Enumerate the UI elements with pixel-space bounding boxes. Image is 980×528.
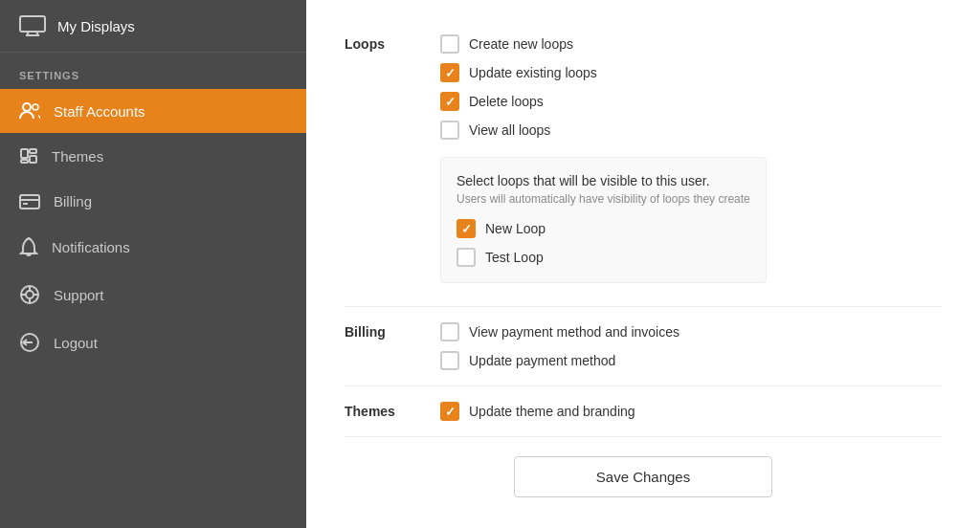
billing-icon <box>19 192 40 209</box>
test-loop-row[interactable]: Test Loop <box>457 248 750 267</box>
svg-rect-12 <box>23 203 28 205</box>
svg-rect-10 <box>20 195 39 209</box>
sidebar-item-notifications[interactable]: Notifications <box>0 223 306 271</box>
test-loop-label: Test Loop <box>485 250 544 265</box>
themes-label: Themes <box>52 148 103 165</box>
permissions-section: Loops Create new loops Update existing l… <box>345 19 942 507</box>
support-label: Support <box>54 287 104 303</box>
notifications-label: Notifications <box>52 239 130 255</box>
update-theme-label: Update theme and branding <box>469 404 635 419</box>
svg-rect-0 <box>20 16 45 32</box>
update-payment-checkbox[interactable] <box>440 351 459 370</box>
svg-rect-7 <box>30 149 36 153</box>
update-payment-row[interactable]: Update payment method <box>440 351 679 370</box>
themes-checkboxes: Update theme and branding <box>440 402 635 421</box>
delete-loops-row[interactable]: Delete loops <box>440 92 767 111</box>
billing-label: Billing <box>54 193 92 209</box>
monitor-icon <box>19 15 46 36</box>
update-existing-loops-row[interactable]: Update existing loops <box>440 63 767 82</box>
test-loop-checkbox[interactable] <box>457 248 476 267</box>
new-loop-label: New Loop <box>485 221 546 236</box>
svg-rect-8 <box>30 156 36 163</box>
notifications-icon <box>19 236 38 257</box>
create-new-loops-checkbox[interactable] <box>440 34 459 54</box>
save-button-container: Save Changes <box>345 437 942 507</box>
create-new-loops-row[interactable]: Create new loops <box>440 34 767 54</box>
staff-accounts-icon <box>19 102 40 120</box>
new-loop-row[interactable]: New Loop <box>457 219 750 238</box>
update-existing-loops-label: Update existing loops <box>469 65 597 80</box>
update-theme-row[interactable]: Update theme and branding <box>440 402 635 421</box>
sidebar-item-logout[interactable]: Logout <box>0 319 306 366</box>
svg-point-5 <box>33 104 38 110</box>
save-changes-button[interactable]: Save Changes <box>514 456 772 497</box>
sidebar-item-support[interactable]: Support <box>0 271 306 319</box>
loop-visibility-section: Select loops that will be visible to thi… <box>440 157 767 283</box>
delete-loops-checkbox[interactable] <box>440 92 459 111</box>
update-existing-loops-checkbox[interactable] <box>440 63 459 82</box>
sidebar-top[interactable]: My Displays <box>0 0 306 53</box>
logout-icon <box>19 332 40 353</box>
new-loop-checkbox[interactable] <box>457 219 476 238</box>
main-content: Loops Create new loops Update existing l… <box>306 0 980 528</box>
update-theme-checkbox[interactable] <box>440 402 459 421</box>
svg-rect-9 <box>21 160 28 163</box>
svg-point-14 <box>26 291 33 298</box>
svg-rect-6 <box>21 149 28 158</box>
view-all-loops-label: View all loops <box>469 122 550 138</box>
loops-permission-group: Loops Create new loops Update existing l… <box>345 19 942 307</box>
loops-checkboxes: Create new loops Update existing loops D… <box>440 34 767 291</box>
billing-group-label: Billing <box>345 322 412 370</box>
view-payment-row[interactable]: View payment method and invoices <box>440 322 679 341</box>
svg-point-4 <box>23 103 31 111</box>
settings-section-label: SETTINGS <box>0 53 306 89</box>
my-displays-label: My Displays <box>57 18 135 34</box>
view-all-loops-checkbox[interactable] <box>440 121 459 140</box>
billing-permission-group: Billing View payment method and invoices… <box>345 307 942 386</box>
themes-permission-group: Themes Update theme and branding <box>345 386 942 437</box>
billing-checkboxes: View payment method and invoices Update … <box>440 322 679 370</box>
sidebar-item-themes[interactable]: Themes <box>0 133 306 179</box>
sidebar-item-billing[interactable]: Billing <box>0 179 306 223</box>
loops-group-label: Loops <box>345 34 412 291</box>
themes-group-label: Themes <box>345 402 412 421</box>
loop-visibility-title: Select loops that will be visible to thi… <box>457 173 750 188</box>
staff-accounts-label: Staff Accounts <box>54 103 145 120</box>
delete-loops-label: Delete loops <box>469 94 544 109</box>
view-payment-checkbox[interactable] <box>440 322 459 341</box>
update-payment-label: Update payment method <box>469 353 615 368</box>
view-all-loops-row[interactable]: View all loops <box>440 121 767 140</box>
themes-icon <box>19 146 38 165</box>
logout-label: Logout <box>54 335 98 351</box>
create-new-loops-label: Create new loops <box>469 36 573 52</box>
sidebar-item-staff-accounts[interactable]: Staff Accounts <box>0 89 306 133</box>
support-icon <box>19 284 40 305</box>
loop-visibility-subtitle: Users will automatically have visibility… <box>457 192 750 206</box>
sidebar: My Displays SETTINGS Staff Accounts Them… <box>0 0 306 528</box>
view-payment-label: View payment method and invoices <box>469 324 679 340</box>
